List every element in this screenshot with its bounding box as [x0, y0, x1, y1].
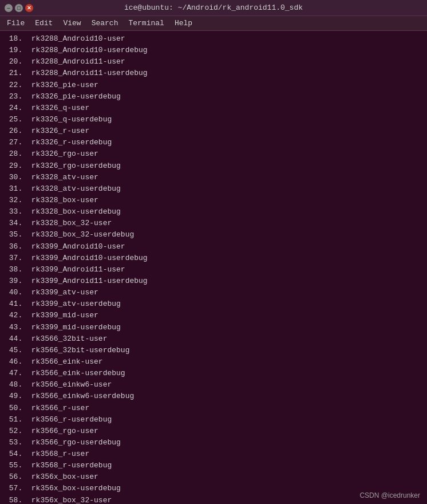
minimize-button[interactable]: –: [5, 4, 13, 12]
terminal-line: 48. rk3566_einkw6-user: [5, 379, 422, 391]
menu-item-view[interactable]: View: [58, 18, 85, 29]
terminal-line: 56. rk356x_box-user: [5, 471, 422, 483]
menu-item-terminal[interactable]: Terminal: [124, 18, 168, 29]
terminal-line: 47. rk3566_eink-userdebug: [5, 368, 422, 379]
terminal-line: 46. rk3566_eink-user: [5, 356, 422, 368]
terminal-line: 31. rk3328_atv-userdebug: [5, 183, 422, 195]
terminal-line: 40. rk3399_atv-user: [5, 287, 422, 298]
terminal-line: 44. rk3566_32bit-user: [5, 333, 422, 345]
window-title: ice@ubuntu: ~/Android/rk_android11.0_sdk: [39, 3, 388, 12]
terminal-line: 55. rk3568_r-userdebug: [5, 460, 422, 471]
terminal-line: 33. rk3328_box-userdebug: [5, 206, 422, 218]
terminal-line: 30. rk3328_atv-user: [5, 172, 422, 183]
terminal-line: 22. rk3326_pie-user: [5, 80, 422, 91]
maximize-button[interactable]: □: [15, 4, 23, 12]
terminal-line: 27. rk3326_r-userdebug: [5, 137, 422, 148]
terminal-line: 45. rk3566_32bit-userdebug: [5, 345, 422, 356]
terminal-line: 29. rk3326_rgo-userdebug: [5, 160, 422, 172]
terminal-line: 18. rk3288_Android10-user: [5, 33, 422, 45]
title-bar: – □ ✕ ice@ubuntu: ~/Android/rk_android11…: [0, 0, 427, 16]
menu-item-edit[interactable]: Edit: [30, 18, 57, 29]
close-button[interactable]: ✕: [25, 4, 33, 12]
menu-item-file[interactable]: File: [2, 18, 29, 29]
terminal-line: 38. rk3399_Android11-user: [5, 264, 422, 275]
terminal-line: 52. rk3566_rgo-user: [5, 426, 422, 437]
terminal-line: 50. rk3566_r-user: [5, 403, 422, 414]
terminal-line: 20. rk3288_Android11-user: [5, 56, 422, 68]
terminal-line: 23. rk3326_pie-userdebug: [5, 91, 422, 103]
terminal-line: 36. rk3399_Android10-user: [5, 241, 422, 253]
terminal-line: 51. rk3566_r-userdebug: [5, 414, 422, 426]
terminal-line: 49. rk3566_einkw6-userdebug: [5, 391, 422, 402]
terminal-line: 41. rk3399_atv-userdebug: [5, 298, 422, 310]
terminal-line: 34. rk3328_box_32-user: [5, 218, 422, 229]
terminal-line: 54. rk3568_r-user: [5, 448, 422, 460]
terminal-line: 43. rk3399_mid-userdebug: [5, 322, 422, 333]
menu-item-search[interactable]: Search: [87, 18, 123, 29]
terminal-body: 18. rk3288_Android10-user 19. rk3288_And…: [0, 31, 427, 504]
terminal-line: 35. rk3328_box_32-userdebug: [5, 229, 422, 241]
menu-item-help[interactable]: Help: [170, 18, 197, 29]
terminal-line: 21. rk3288_Android11-userdebug: [5, 68, 422, 79]
terminal-line: 26. rk3326_r-user: [5, 125, 422, 137]
window-controls[interactable]: – □ ✕: [5, 4, 39, 12]
terminal-line: 28. rk3326_rgo-user: [5, 148, 422, 160]
menu-bar: FileEditViewSearchTerminalHelp: [0, 16, 427, 31]
terminal-line: 53. rk3566_rgo-userdebug: [5, 437, 422, 448]
terminal-line: 25. rk3326_q-userdebug: [5, 114, 422, 125]
terminal-line: 32. rk3328_box-user: [5, 195, 422, 206]
terminal-line: 42. rk3399_mid-user: [5, 310, 422, 321]
terminal-line: 37. rk3399_Android10-userdebug: [5, 253, 422, 264]
watermark: CSDN @icedrunker: [359, 491, 420, 499]
terminal-line: 39. rk3399_Android11-userdebug: [5, 275, 422, 287]
terminal-line: 19. rk3288_Android10-userdebug: [5, 45, 422, 56]
terminal-line: 24. rk3326_q-user: [5, 103, 422, 114]
